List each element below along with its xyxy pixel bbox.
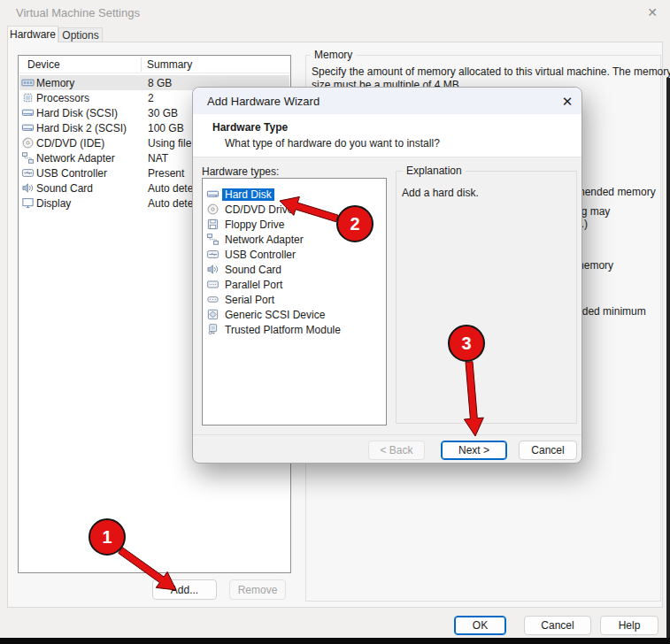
hard-disk-icon [20, 121, 35, 134]
device-name: Hard Disk (SCSI) [36, 107, 118, 119]
device-summary: 30 GB [148, 107, 178, 119]
remove-button[interactable]: Remove [229, 579, 286, 600]
wizard-cancel-button[interactable]: Cancel [519, 441, 577, 460]
tab-options[interactable]: Options [58, 27, 103, 42]
hardware-types-listbox: Hard Disk CD/DVD Drive Floppy Drive Netw… [202, 178, 387, 426]
scsi-device-icon [205, 308, 219, 321]
hard-disk-icon [205, 188, 219, 201]
display-icon [20, 196, 35, 210]
window-close-icon[interactable]: ✕ [643, 4, 661, 20]
device-name: Sound Card [36, 182, 93, 195]
hardware-type-label: CD/DVD Drive [222, 203, 296, 216]
hardware-type-parallel[interactable]: Parallel Port [203, 277, 386, 292]
add-button[interactable]: Add... [152, 579, 217, 600]
processor-icon [20, 91, 35, 104]
window-titlebar: Virtual Machine Settings ✕ [0, 0, 670, 25]
memory-description-line1: Specify the amount of memory allocated t… [312, 65, 670, 78]
wizard-title: Add Hardware Wizard [207, 95, 320, 108]
hardware-type-serial[interactable]: Serial Port [203, 292, 386, 307]
hardware-type-label: Serial Port [222, 294, 277, 306]
hardware-type-cd-dvd[interactable]: CD/DVD Drive [203, 202, 386, 217]
device-name: CD/DVD (IDE) [36, 137, 104, 150]
hardware-type-label: Sound Card [222, 264, 284, 276]
usb-icon [20, 166, 35, 180]
explanation-text: Add a hard disk. [402, 187, 479, 199]
parallel-port-icon [205, 278, 219, 291]
hardware-type-label: USB Controller [222, 249, 298, 261]
hardware-type-label: Trusted Platform Module [222, 324, 343, 336]
hardware-type-hard-disk[interactable]: Hard Disk [203, 187, 386, 202]
tpm-icon [205, 323, 219, 336]
hardware-type-tpm[interactable]: Trusted Platform Module [203, 322, 386, 337]
device-table-header: Device Summary [19, 56, 290, 73]
hardware-types-label: Hardware types: [202, 165, 279, 178]
explanation-group-box [396, 171, 577, 424]
hardware-type-label: Hard Disk [222, 188, 274, 201]
device-summary: 100 GB [148, 122, 184, 134]
sound-icon [20, 181, 35, 195]
network-adapter-icon [205, 233, 219, 246]
column-divider [141, 58, 142, 72]
device-name: Memory [36, 77, 74, 89]
hardware-type-sound[interactable]: Sound Card [203, 262, 386, 277]
wizard-separator [193, 434, 581, 435]
memory-icon [20, 76, 35, 89]
back-button[interactable]: < Back [368, 441, 425, 460]
hardware-type-floppy[interactable]: Floppy Drive [203, 217, 386, 232]
device-summary: 2 [148, 92, 154, 104]
tab-hardware[interactable]: Hardware [7, 26, 58, 42]
hardware-type-label: Parallel Port [222, 279, 285, 291]
device-name: Network Adapter [36, 152, 115, 165]
device-summary: Present [148, 167, 184, 180]
device-name: Hard Disk 2 (SCSI) [36, 122, 127, 134]
column-header-summary: Summary [147, 58, 192, 71]
sound-icon [205, 263, 219, 276]
hardware-type-usb[interactable]: USB Controller [203, 247, 386, 262]
cd-dvd-icon [20, 136, 35, 150]
wizard-close-icon[interactable]: ✕ [558, 93, 577, 111]
tab-hardware-label: Hardware [10, 28, 56, 41]
hardware-type-label: Network Adapter [222, 234, 306, 246]
help-button-label: Help [619, 619, 641, 632]
wizard-heading: Hardware Type [212, 121, 288, 134]
tab-options-label: Options [62, 29, 98, 42]
hardware-type-label: Floppy Drive [222, 218, 287, 231]
screen-edge-right [666, 78, 670, 644]
explanation-legend: Explanation [403, 165, 466, 177]
wizard-cancel-button-label: Cancel [531, 444, 564, 456]
cancel-button-label: Cancel [541, 619, 574, 632]
floppy-icon [205, 218, 219, 231]
network-adapter-icon [20, 151, 35, 165]
remove-button-label: Remove [238, 584, 278, 596]
cd-dvd-icon [205, 203, 219, 216]
wizard-header: Hardware Type What type of hardware do y… [193, 114, 581, 157]
wizard-titlebar: Add Hardware Wizard ✕ [193, 88, 581, 114]
back-button-label: < Back [380, 444, 412, 456]
cancel-button[interactable]: Cancel [524, 616, 591, 635]
ok-button-label: OK [473, 619, 488, 632]
hardware-type-network[interactable]: Network Adapter [203, 232, 386, 247]
wizard-subheading: What type of hardware do you want to ins… [225, 137, 440, 150]
next-button[interactable]: Next > [441, 441, 507, 460]
memory-group-legend: Memory [311, 49, 356, 61]
hard-disk-icon [20, 106, 35, 119]
device-summary: 8 GB [148, 77, 172, 89]
device-name: Processors [36, 92, 89, 104]
add-hardware-wizard-dialog: Add Hardware Wizard ✕ Hardware Type What… [192, 87, 582, 464]
device-name: USB Controller [36, 167, 107, 180]
serial-port-icon [205, 293, 219, 306]
device-summary: NAT [148, 152, 168, 165]
device-name: Display [36, 197, 71, 210]
hardware-type-scsi[interactable]: Generic SCSI Device [203, 307, 386, 322]
hardware-type-label: Generic SCSI Device [222, 309, 327, 321]
next-button-label: Next > [458, 444, 489, 456]
window-title: Virtual Machine Settings [16, 6, 140, 19]
help-button[interactable]: Help [600, 616, 658, 635]
screen-edge-bottom [0, 638, 670, 644]
add-button-label: Add... [171, 584, 198, 596]
usb-icon [205, 248, 219, 261]
column-header-device: Device [27, 58, 60, 71]
ok-button[interactable]: OK [454, 616, 506, 635]
